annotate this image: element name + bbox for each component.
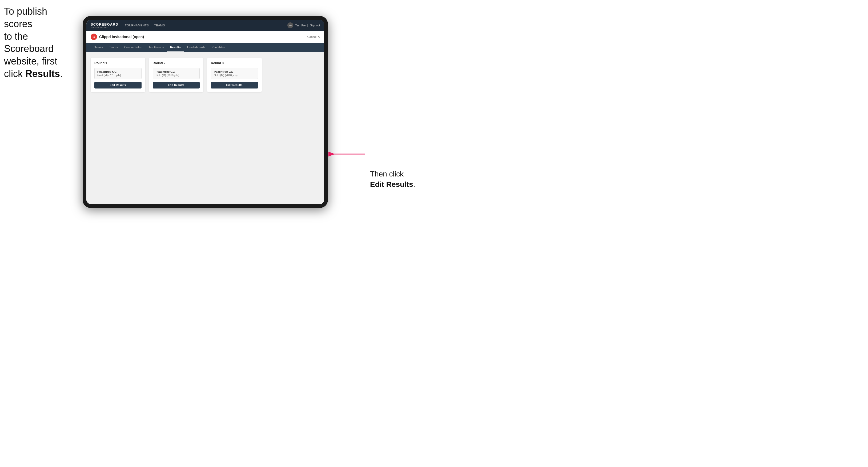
tab-tee-groups[interactable]: Tee Groups [145,43,167,52]
tournament-name: Clippd Invitational (open) [99,35,144,39]
instruction-left: To publish scores to the Scoreboard webs… [4,5,76,80]
round-3-course-name: Peachtree GC [214,70,255,73]
round-1-title: Round 1 [94,61,142,65]
nav-user: TU Test User | Sign out [287,22,320,28]
tournament-header: C Clippd Invitational (open) Cancel ✕ [86,31,324,43]
round-2-title: Round 2 [153,61,200,65]
cancel-button[interactable]: Cancel ✕ [307,35,320,39]
round-2-course-card: Peachtree GC Gold (M) (7010 yds) [153,68,200,79]
round-3-course-card: Peachtree GC Gold (M) (7010 yds) [211,68,258,79]
tab-results[interactable]: Results [167,43,184,52]
tab-printables[interactable]: Printables [209,43,228,52]
tab-teams[interactable]: Teams [106,43,121,52]
round-2-course-tee: Gold (M) (7010 yds) [156,74,197,77]
nav-links: TOURNAMENTS TEAMS [125,24,287,27]
empty-column [266,58,320,92]
tablet-screen: SCOREBOARD Powered by clippd TOURNAMENTS… [86,20,324,204]
top-nav: SCOREBOARD Powered by clippd TOURNAMENTS… [86,20,324,31]
nav-teams[interactable]: TEAMS [154,24,165,27]
tournament-icon: C [91,34,97,40]
signout-link[interactable]: Sign out [310,24,320,27]
round-1-course-name: Peachtree GC [97,70,138,73]
round-1-course-card: Peachtree GC Gold (M) (7010 yds) [94,68,142,79]
instruction-right: Then click Edit Results. [370,169,429,189]
round-2-card: Round 2 Peachtree GC Gold (M) (7010 yds)… [149,58,204,92]
scoreboard-logo: SCOREBOARD Powered by clippd [91,22,118,28]
nav-tournaments[interactable]: TOURNAMENTS [125,24,149,27]
tablet: SCOREBOARD Powered by clippd TOURNAMENTS… [83,16,328,208]
tab-bar: Details Teams Course Setup Tee Groups Re… [86,43,324,52]
round-2-course-name: Peachtree GC [156,70,197,73]
round-1-edit-results-button[interactable]: Edit Results [94,82,142,89]
round-3-course-tee: Gold (M) (7010 yds) [214,74,255,77]
round-1-card: Round 1 Peachtree GC Gold (M) (7010 yds)… [91,58,145,92]
tournament-title-row: C Clippd Invitational (open) [91,34,144,40]
round-3-title: Round 3 [211,61,258,65]
rounds-grid: Round 1 Peachtree GC Gold (M) (7010 yds)… [91,58,320,92]
tab-details[interactable]: Details [91,43,106,52]
tab-leaderboards[interactable]: Leaderboards [184,43,209,52]
user-avatar: TU [287,22,293,28]
main-content: Round 1 Peachtree GC Gold (M) (7010 yds)… [86,52,324,204]
round-3-edit-results-button[interactable]: Edit Results [211,82,258,89]
round-1-course-tee: Gold (M) (7010 yds) [97,74,138,77]
edit-results-arrow [328,144,368,165]
tab-course-setup[interactable]: Course Setup [121,43,145,52]
round-3-card: Round 3 Peachtree GC Gold (M) (7010 yds)… [207,58,262,92]
round-2-edit-results-button[interactable]: Edit Results [153,82,200,89]
